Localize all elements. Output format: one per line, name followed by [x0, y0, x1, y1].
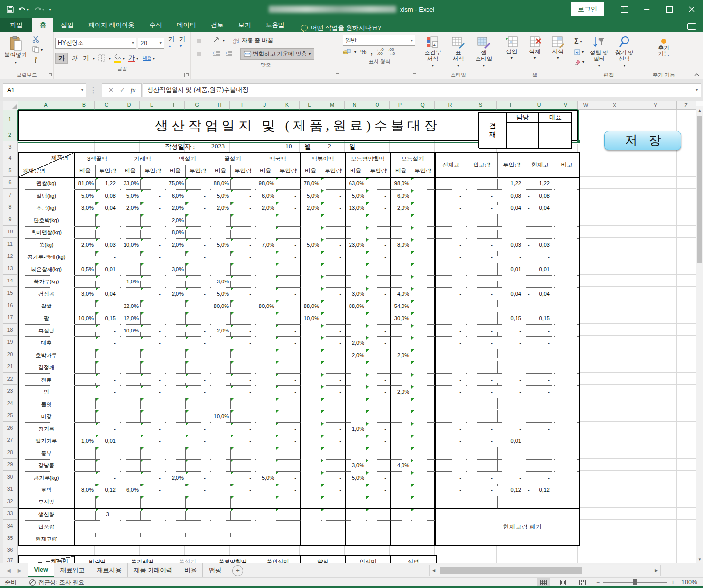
cell[interactable]: -	[186, 251, 210, 263]
cell[interactable]: 0,12	[96, 484, 120, 496]
cell[interactable]: -	[436, 178, 466, 190]
cell[interactable]	[411, 521, 436, 533]
cell[interactable]: 2,0%	[165, 239, 186, 251]
cell[interactable]: -	[231, 423, 255, 435]
cell[interactable]	[165, 251, 186, 263]
cell[interactable]: 0,08	[96, 190, 120, 202]
cell[interactable]	[165, 410, 186, 423]
font-color-button[interactable]: 가	[128, 54, 135, 62]
decrease-indent-icon[interactable]	[211, 49, 222, 59]
cell[interactable]: -	[321, 337, 346, 349]
cell[interactable]	[554, 472, 579, 484]
cell[interactable]: -0,04	[526, 202, 554, 214]
cell[interactable]: 5,0%	[210, 288, 231, 300]
cell[interactable]	[75, 276, 96, 288]
column-header-Q[interactable]: Q	[410, 101, 435, 110]
row-header-24[interactable]: 24	[3, 397, 18, 409]
orientation-icon[interactable]	[211, 35, 222, 46]
material-name[interactable]: 참기름	[19, 423, 75, 435]
cell[interactable]	[554, 447, 579, 460]
login-button[interactable]: 로그인	[571, 2, 604, 16]
cell[interactable]: 5,0%	[75, 190, 96, 202]
cell[interactable]: -	[186, 300, 210, 312]
column-header-X[interactable]: X	[594, 101, 635, 110]
cell[interactable]: -	[366, 325, 391, 337]
cell[interactable]	[301, 484, 321, 496]
cell[interactable]	[75, 423, 96, 435]
cell[interactable]	[75, 509, 96, 521]
cell[interactable]: -	[276, 509, 301, 521]
cell[interactable]	[411, 484, 436, 496]
cell[interactable]: -	[186, 374, 210, 386]
cell[interactable]	[346, 386, 366, 398]
column-header-G[interactable]: G	[185, 101, 209, 110]
cell[interactable]: -	[141, 251, 165, 263]
cell[interactable]: -	[321, 361, 346, 374]
cell[interactable]: 2,0%	[210, 325, 231, 337]
cell[interactable]	[75, 460, 96, 472]
cell[interactable]	[186, 533, 210, 545]
cell[interactable]	[411, 349, 436, 361]
cell[interactable]: -	[186, 398, 210, 410]
cell[interactable]	[165, 374, 186, 386]
cell[interactable]: -	[526, 398, 554, 410]
cell[interactable]	[346, 325, 366, 337]
cell[interactable]	[165, 435, 186, 447]
cell[interactable]	[301, 509, 321, 521]
cell[interactable]	[165, 386, 186, 398]
cell[interactable]: -	[276, 349, 301, 361]
cell[interactable]: 0,04	[498, 288, 526, 300]
cell[interactable]: -	[366, 288, 391, 300]
cell[interactable]	[554, 214, 579, 227]
cell[interactable]	[120, 288, 141, 300]
cell[interactable]	[165, 398, 186, 410]
underline-caret[interactable]: ▾	[93, 56, 95, 61]
row-header-12[interactable]: 12	[3, 250, 18, 262]
cell[interactable]	[301, 398, 321, 410]
cell[interactable]: -	[466, 288, 498, 300]
cell[interactable]: -	[498, 337, 526, 349]
cell[interactable]	[120, 263, 141, 276]
cell[interactable]	[75, 386, 96, 398]
cell[interactable]: 0,15	[498, 312, 526, 325]
cell[interactable]: -	[276, 472, 301, 484]
align-top-icon[interactable]	[192, 39, 196, 43]
cell[interactable]	[120, 386, 141, 398]
cell[interactable]	[255, 410, 276, 423]
cell[interactable]	[411, 460, 436, 472]
comment-icon[interactable]	[687, 23, 696, 30]
cell[interactable]	[346, 263, 366, 276]
cell[interactable]	[321, 533, 346, 545]
cell[interactable]: -	[276, 435, 301, 447]
cell[interactable]: -	[498, 496, 526, 509]
align-left-icon[interactable]	[192, 52, 196, 56]
cell[interactable]: -	[186, 509, 210, 521]
cell[interactable]: 5,0%	[301, 190, 321, 202]
cell[interactable]: -	[436, 276, 466, 288]
cell[interactable]	[411, 276, 436, 288]
cell[interactable]: -	[436, 263, 466, 276]
cell[interactable]: -	[276, 300, 301, 312]
cell[interactable]: 3,0%	[165, 263, 186, 276]
cell[interactable]	[165, 276, 186, 288]
cell[interactable]	[165, 300, 186, 312]
cell[interactable]	[120, 374, 141, 386]
cell[interactable]: -	[96, 410, 120, 423]
cell[interactable]	[346, 533, 366, 545]
cell[interactable]	[554, 312, 579, 325]
cell[interactable]	[165, 337, 186, 349]
tab-help[interactable]: 도움말	[258, 18, 292, 32]
cell[interactable]	[366, 521, 391, 533]
cell[interactable]	[210, 423, 231, 435]
cell[interactable]: -	[436, 214, 466, 227]
cell[interactable]: -	[276, 386, 301, 398]
cell[interactable]: 88,0%	[346, 300, 366, 312]
cell[interactable]: -	[276, 178, 301, 190]
cell[interactable]: -	[141, 447, 165, 460]
cell[interactable]	[301, 423, 321, 435]
cell[interactable]: -	[276, 374, 301, 386]
material-name[interactable]: 흑미맵쌀(kg)	[19, 227, 75, 239]
cell[interactable]: 8,0%	[165, 227, 186, 239]
cell[interactable]: -	[466, 312, 498, 325]
cell[interactable]: -	[526, 251, 554, 263]
